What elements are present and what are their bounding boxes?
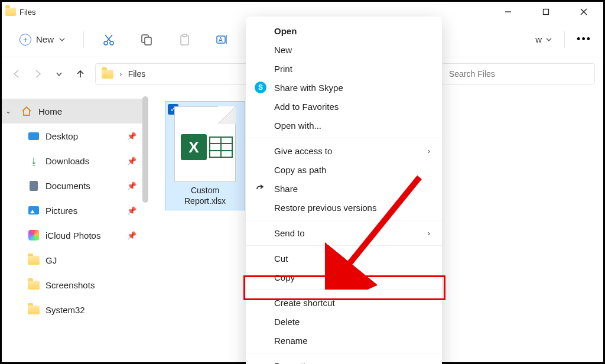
sidebar-item-system32[interactable]: System32 xyxy=(2,297,144,322)
chevron-right-icon: › xyxy=(428,229,430,238)
plus-icon: + xyxy=(19,34,31,46)
toolbar-divider xyxy=(564,31,565,48)
sidebar-item-icloud[interactable]: iCloud Photos 📌 xyxy=(2,223,144,248)
sidebar-item-label: Screenshots xyxy=(45,280,95,290)
ctx-delete[interactable]: Delete xyxy=(246,312,442,331)
back-button[interactable] xyxy=(10,67,23,80)
chevron-down-icon xyxy=(58,36,66,43)
ctx-restore[interactable]: Restore previous versions xyxy=(246,198,442,217)
window-title: Files xyxy=(19,8,35,17)
svg-text:A: A xyxy=(219,37,223,43)
share-icon xyxy=(254,183,267,194)
sidebar-item-label: Pictures xyxy=(45,206,77,216)
ctx-add-favorites[interactable]: Add to Favorites xyxy=(246,97,442,116)
sidebar-item-gj[interactable]: GJ xyxy=(2,248,144,272)
desktop-icon xyxy=(28,130,40,142)
more-button[interactable]: ••• xyxy=(577,33,591,46)
minimize-button[interactable] xyxy=(498,5,518,19)
ctx-copy[interactable]: Copy xyxy=(246,268,442,287)
copy-button[interactable] xyxy=(134,28,160,51)
file-tile[interactable]: ✓ X Custom Report.xlsx xyxy=(165,101,245,210)
context-menu: Open New Print S Share with Skype Add to… xyxy=(246,17,442,364)
paste-button[interactable] xyxy=(171,28,197,51)
ctx-open[interactable]: Open xyxy=(246,21,442,40)
skype-icon: S xyxy=(254,82,267,93)
breadcrumb[interactable]: Files xyxy=(128,69,146,79)
svg-rect-11 xyxy=(183,34,187,37)
folder-icon xyxy=(5,8,16,16)
separator xyxy=(246,138,442,138)
separator xyxy=(246,220,442,220)
sidebar-item-downloads[interactable]: ⭳ Downloads 📌 xyxy=(2,148,144,173)
up-button[interactable] xyxy=(74,67,87,80)
sidebar-item-label: System32 xyxy=(45,305,85,315)
recent-dropdown[interactable] xyxy=(53,67,66,80)
sidebar-item-pictures[interactable]: Pictures 📌 xyxy=(2,198,144,223)
ctx-properties[interactable]: Properties xyxy=(246,356,442,364)
pictures-icon xyxy=(28,204,40,216)
sidebar-item-desktop[interactable]: Desktop 📌 xyxy=(2,124,144,148)
new-button-label: New xyxy=(36,34,54,44)
chevron-right-icon: › xyxy=(428,147,430,155)
ctx-create-shortcut[interactable]: Create shortcut xyxy=(246,293,442,312)
ctx-copy-path[interactable]: Copy as path xyxy=(246,160,442,179)
ctx-new[interactable]: New xyxy=(246,40,442,59)
sidebar-item-label: Documents xyxy=(45,181,90,191)
cut-button[interactable] xyxy=(96,28,122,51)
excel-file-icon: X xyxy=(174,106,236,182)
sidebar-item-label: Home xyxy=(38,106,62,116)
documents-icon xyxy=(28,180,40,191)
ctx-open-with[interactable]: Open with... xyxy=(246,116,442,135)
pin-icon: 📌 xyxy=(127,132,136,141)
ctx-cut[interactable]: Cut xyxy=(246,249,442,268)
pin-icon: 📌 xyxy=(127,231,136,240)
new-button[interactable]: + New xyxy=(14,30,71,49)
home-icon xyxy=(21,105,32,117)
sidebar-item-screenshots[interactable]: Screenshots xyxy=(2,272,144,297)
download-icon: ⭳ xyxy=(28,155,40,167)
close-button[interactable] xyxy=(574,5,594,19)
ctx-print[interactable]: Print xyxy=(246,59,442,78)
sidebar-item-documents[interactable]: Documents 📌 xyxy=(2,173,144,198)
svg-point-5 xyxy=(110,41,113,45)
view-button-fragment[interactable]: w xyxy=(535,34,552,44)
search-input[interactable] xyxy=(441,63,595,84)
sidebar: ⌄ Home Desktop 📌 ⭳ Downloads 📌 Documents… xyxy=(2,90,144,362)
chevron-down-icon: ⌄ xyxy=(5,107,15,115)
ctx-send-to[interactable]: Send to› xyxy=(246,223,442,242)
sidebar-item-label: GJ xyxy=(45,255,57,265)
folder-icon xyxy=(28,279,40,291)
folder-icon xyxy=(28,254,40,266)
separator xyxy=(246,353,442,353)
ctx-share[interactable]: Share xyxy=(246,179,442,198)
pin-icon: 📌 xyxy=(127,206,136,215)
separator xyxy=(246,245,442,246)
folder-icon xyxy=(28,304,40,316)
pin-icon: 📌 xyxy=(127,157,136,165)
sidebar-item-label: Downloads xyxy=(45,156,89,166)
pin-icon: 📌 xyxy=(127,181,136,190)
toolbar-divider xyxy=(83,31,84,48)
icloud-icon xyxy=(28,229,40,241)
file-name: Custom Report.xlsx xyxy=(165,184,245,210)
maximize-button[interactable] xyxy=(536,5,556,19)
folder-icon xyxy=(102,70,113,79)
svg-point-4 xyxy=(104,41,108,45)
sidebar-item-label: Desktop xyxy=(45,131,78,141)
sidebar-item-home[interactable]: ⌄ Home xyxy=(2,99,144,124)
rename-button[interactable]: A xyxy=(209,28,235,51)
ctx-share-skype[interactable]: S Share with Skype xyxy=(246,78,442,97)
chevron-down-icon xyxy=(545,36,552,43)
forward-button[interactable] xyxy=(31,67,44,80)
ctx-rename[interactable]: Rename xyxy=(246,331,442,350)
svg-rect-1 xyxy=(544,9,549,15)
separator xyxy=(246,290,442,290)
svg-rect-9 xyxy=(145,37,151,45)
ctx-give-access[interactable]: Give access to› xyxy=(246,141,442,160)
sidebar-item-label: iCloud Photos xyxy=(45,230,100,240)
